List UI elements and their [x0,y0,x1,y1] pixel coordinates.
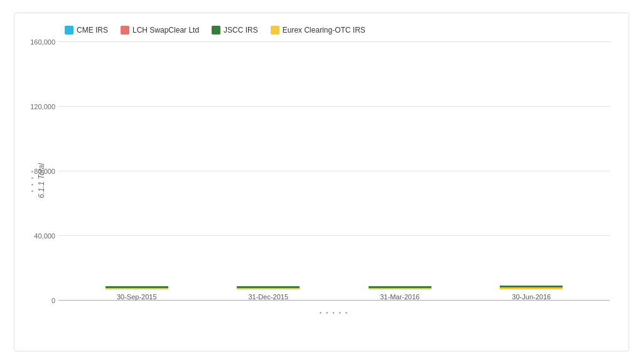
chart-container: CME IRS LCH SwapClear Ltd JSCC IRS Eurex… [14,13,629,351]
bar-label-jun2016: 30-Jun-2016 [512,293,551,301]
grid-label-40k: 40,000 [27,232,55,240]
bar-segment-eurex-dec2015 [237,288,300,289]
legend-item-jscc: JSCC IRS [212,26,258,35]
legend-label-lch: LCH SwapClear Ltd [132,26,199,35]
grid-and-bars: 160,000 120,000 80,000 40,000 0 [58,42,610,319]
grid-label-80k: 80,000 [27,168,55,175]
bottom-dots: • • • • • [320,309,349,316]
bars-row: 30-Sep-2015 31-Dec-2015 [58,42,610,301]
bar-label-sep2015: 30-Sep-2015 [117,293,157,301]
legend-item-eurex: Eurex Clearing-OTC IRS [271,26,365,35]
bar-stack-mar2016 [369,286,431,289]
legend-label-jscc: JSCC IRS [224,26,258,35]
legend-color-eurex [271,26,279,35]
bar-segment-eurex-sep2015 [105,288,168,289]
legend-label-eurex: Eurex Clearing-OTC IRS [283,26,365,35]
bar-group-jun2016: 30-Jun-2016 [494,286,569,301]
legend-item-lch: LCH SwapClear Ltd [121,26,199,35]
bar-stack-jun2016 [500,286,563,289]
bar-segment-eurex-mar2016 [369,288,431,289]
grid-label-0: 0 [27,297,55,304]
grid-label-120k: 120,000 [27,103,55,110]
bar-group-mar2016: 31-Mar-2016 [362,286,438,301]
legend-item-cme: CME IRS [65,26,108,35]
bar-segment-eurex-jun2016 [500,287,563,289]
legend-color-lch [121,26,129,35]
bar-group-sep2015: 30-Sep-2015 [99,286,175,301]
grid-label-160k: 160,000 [27,38,55,46]
legend-color-jscc [212,26,220,35]
chart-area: 6.1.1 Total • • • • 160,000 120,000 80,0… [58,42,610,319]
legend-color-cme [65,26,73,35]
legend-label-cme: CME IRS [77,26,108,35]
bar-label-mar2016: 31-Mar-2016 [380,293,419,301]
chart-legend: CME IRS LCH SwapClear Ltd JSCC IRS Eurex… [65,26,610,35]
bar-stack-sep2015 [105,286,168,289]
bar-label-dec2015: 31-Dec-2015 [248,293,288,301]
bar-group-dec2015: 31-Dec-2015 [230,286,306,301]
bar-stack-dec2015 [237,286,300,289]
